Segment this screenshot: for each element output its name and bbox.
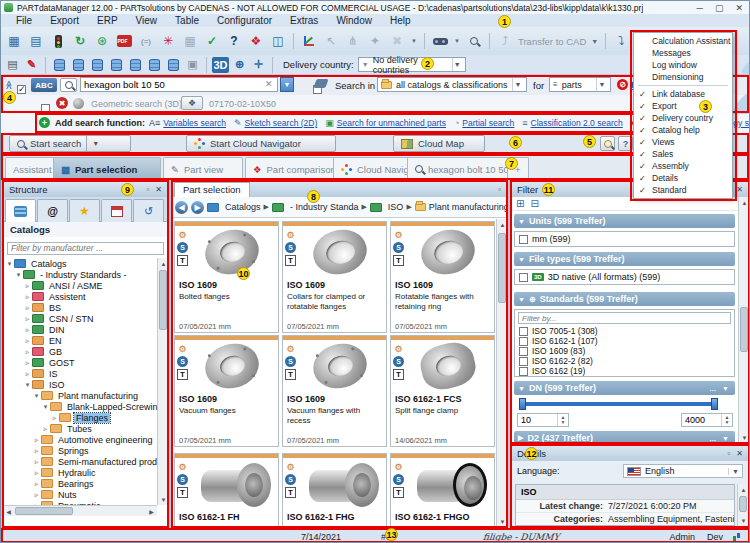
tree-horizontal-scrollbar[interactable]: ◀ ▶ — [3, 505, 157, 516]
db-copy-icon[interactable] — [108, 57, 125, 73]
scroll-down-icon[interactable]: ▼ — [158, 494, 169, 505]
standards-filter-item[interactable]: ISO 1609 (83) — [515, 346, 734, 356]
eraser-icon[interactable] — [313, 79, 328, 88]
language-select[interactable]: English ▼ — [623, 464, 743, 478]
unmachined-search-link[interactable]: Search for unmachined parts — [337, 118, 446, 128]
globe-refresh-icon[interactable]: ⊛ — [92, 31, 112, 51]
d2-section-header[interactable]: ▶ D2 (437 Treffer) … ▼ — [514, 431, 735, 445]
chevron-right-icon[interactable]: ▹ — [23, 293, 32, 301]
menu-item-sales[interactable]: Sales✓ — [634, 148, 732, 160]
cloud-map-button[interactable]: Cloud Map — [393, 135, 485, 152]
tree-item[interactable]: ▹Springs — [3, 445, 157, 456]
scroll-down-icon[interactable]: ▼ — [738, 515, 749, 526]
pick-gray-icon[interactable]: ↖ — [321, 31, 341, 51]
part-card[interactable]: ⚙STISO 6162-1 FH — [174, 453, 279, 527]
menu-item-log-window[interactable]: Log window — [634, 59, 732, 71]
breadcrumb-item[interactable]: ISO — [370, 202, 404, 212]
transfer-to-cad-dropdown-icon[interactable]: ▼ — [591, 38, 598, 45]
close-button[interactable]: ✕ — [735, 3, 743, 13]
part-card[interactable]: ⚙STISO 1609Bolted flanges07/05/2021 mm — [174, 221, 279, 333]
tree-item[interactable]: ▹ANSI / ASME — [3, 280, 157, 291]
standards-section-header[interactable]: ▼ ⊕ Standards (599 Treffer) — [514, 292, 735, 306]
scroll-up-icon[interactable]: ▲ — [739, 197, 750, 208]
grid-gray-icon[interactable]: ▦ — [180, 31, 200, 51]
d2-header-controls[interactable]: … ▼ — [709, 435, 731, 442]
chevron-right-icon[interactable]: ▹ — [32, 436, 41, 444]
fulltext-checkbox[interactable] — [17, 85, 26, 94]
geometric-search-checkbox[interactable] — [41, 104, 50, 113]
variables-search-link[interactable]: Variables search — [163, 118, 226, 128]
menu-item-assembly[interactable]: Assembly✓ — [634, 160, 732, 172]
filetypes-section-header[interactable]: ▼ File types (599 Treffer) — [514, 252, 735, 266]
axes-3d-icon[interactable] — [299, 31, 319, 51]
chevron-right-icon[interactable]: ▹ — [32, 469, 41, 477]
manufacturer-filter-input[interactable] — [7, 242, 164, 255]
minimize-button[interactable]: ─ — [697, 3, 703, 13]
scroll-down-icon[interactable]: ▼ — [497, 516, 508, 527]
details-vertical-scrollbar[interactable]: ▲ ▼ — [737, 484, 748, 526]
db-plain-icon[interactable] — [89, 57, 106, 73]
chevron-right-icon[interactable]: ▹ — [32, 480, 41, 488]
dn-slider-track[interactable] — [522, 402, 715, 406]
chevron-right-icon[interactable]: ▹ — [23, 315, 32, 323]
standards-filter-input[interactable] — [518, 312, 731, 324]
help-button[interactable]: ? — [618, 136, 633, 151]
forward-icon[interactable]: ▶ — [191, 201, 204, 214]
close-panel-button[interactable]: ✕ — [736, 449, 743, 458]
scroll-up-icon[interactable]: ▲ — [738, 484, 749, 495]
tree-item[interactable]: ▹Flanges — [3, 412, 157, 423]
dn-slider[interactable] — [514, 398, 735, 410]
menu-item-file[interactable]: File — [7, 15, 41, 26]
search-input[interactable] — [80, 77, 278, 92]
tree-structure-icon[interactable]: ⋔ — [343, 31, 363, 51]
dimensioning-icon[interactable]: ✳ — [158, 31, 178, 51]
menu-item-views[interactable]: Views✓ — [634, 136, 732, 148]
part-card[interactable]: ⚙STISO 6162-1 FHGO — [390, 453, 495, 527]
drop-icon[interactable]: ▼ — [452, 31, 462, 51]
menu-item-dimensioning[interactable]: Dimensioning — [634, 71, 732, 83]
menu-item-catalog-help[interactable]: Catalog help✓ — [634, 124, 732, 136]
start-search-button[interactable]: Start search ▼ — [9, 135, 131, 152]
part-card[interactable]: ⚙STISO 6162-1 FCSSplit flange clamp14/06… — [390, 335, 495, 447]
tree-item[interactable]: ▹Nuts — [3, 489, 157, 500]
tab-hexagon-bolt-10-50[interactable]: hexagon bolt 10 50 — [407, 157, 517, 180]
clipboard-check-icon[interactable]: ✓ — [202, 31, 222, 51]
tab-assistant[interactable]: Assistant — [5, 157, 60, 180]
breadcrumb-item[interactable]: Plant manufacturing — [415, 202, 507, 212]
blue-wrench-icon[interactable]: ✛ — [250, 57, 267, 73]
tree-item[interactable]: ▾ISO — [3, 379, 157, 390]
menu-item-window[interactable]: Window — [327, 15, 381, 26]
native-3d-icon[interactable]: 3D — [212, 57, 229, 73]
scroll-up-icon[interactable]: ▲ — [158, 258, 169, 269]
search-settings-button[interactable] — [600, 136, 615, 151]
tab-favorites[interactable]: ★ — [69, 199, 100, 222]
db-sync-icon[interactable] — [70, 57, 87, 73]
chevron-right-icon[interactable]: ▹ — [32, 458, 41, 466]
chevron-down-icon[interactable]: ▾ — [41, 403, 50, 411]
menu-item-extras[interactable]: Extras — [281, 15, 327, 26]
drop-icon[interactable]: ▼ — [409, 31, 419, 51]
spinner-icons[interactable]: ▲▼ — [557, 414, 568, 426]
dn-header-controls[interactable]: … ▼ — [709, 385, 731, 392]
delete-gray-icon[interactable]: ✖ — [387, 31, 407, 51]
chevron-right-icon[interactable]: ▹ — [23, 337, 32, 345]
molecule-icon[interactable]: ❖ — [246, 31, 266, 51]
chevron-right-icon[interactable]: ▹ — [41, 425, 50, 433]
archive-icon[interactable]: ▣ — [184, 57, 201, 73]
delivery-country-select[interactable]: ▼ No delivery countries ▼ — [358, 57, 466, 72]
part-card[interactable]: ⚙STISO 1609Vacuum flanges with recess07/… — [282, 335, 387, 447]
standards-filter-item[interactable]: ISO 7005-1 (308) — [515, 326, 734, 336]
tab-part-selection[interactable]: ▦Part selection — [53, 157, 161, 180]
spellcheck-button[interactable]: ABC — [31, 78, 57, 92]
menu-item-export[interactable]: Export✓ — [634, 100, 732, 112]
standard-checkbox[interactable] — [519, 347, 528, 356]
partial-search-link[interactable]: Partial search — [462, 118, 514, 128]
tab-suppliers[interactable]: @ — [37, 199, 68, 222]
chevron-right-icon[interactable]: ▹ — [23, 359, 32, 367]
menu-item-calculation-assistant[interactable]: Calculation Assistant — [634, 35, 732, 47]
table-export-icon[interactable]: ▤ — [26, 31, 46, 51]
tab-catalogs[interactable] — [5, 199, 36, 222]
part-card[interactable]: ⚙STISO 1609Rotatable flanges with retain… — [390, 221, 495, 333]
search-history-dropdown[interactable]: ▼ — [280, 77, 294, 92]
collapse-search-icon[interactable]: ≪ — [4, 80, 14, 89]
